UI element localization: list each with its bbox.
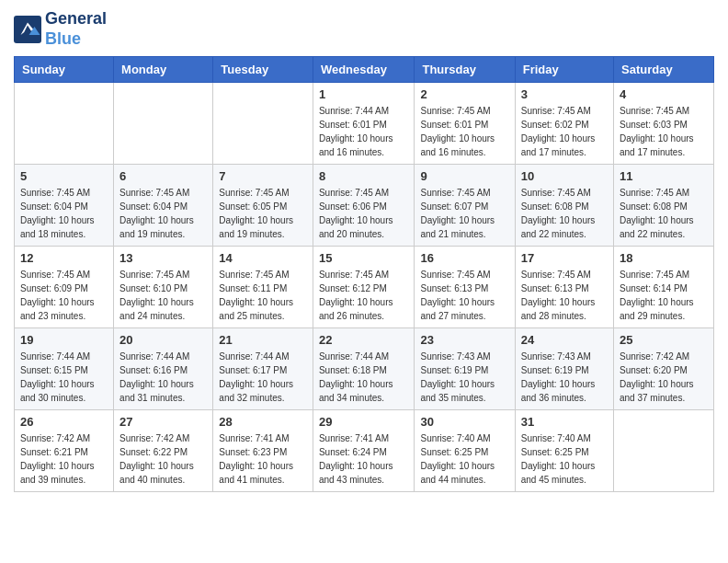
day-info: Sunrise: 7:44 AMSunset: 6:15 PMDaylight:… <box>20 350 108 405</box>
day-cell: 25Sunrise: 7:42 AMSunset: 6:20 PMDayligh… <box>614 328 714 410</box>
day-cell: 1Sunrise: 7:44 AMSunset: 6:01 PMDaylight… <box>313 83 415 165</box>
day-info: Sunrise: 7:45 AMSunset: 6:10 PMDaylight:… <box>119 268 207 323</box>
day-info: Sunrise: 7:45 AMSunset: 6:13 PMDaylight:… <box>420 268 508 323</box>
day-number: 15 <box>319 251 409 265</box>
svg-rect-0 <box>14 16 41 43</box>
day-number: 27 <box>119 415 207 429</box>
day-number: 8 <box>319 169 409 183</box>
day-info: Sunrise: 7:45 AMSunset: 6:14 PMDaylight:… <box>620 268 708 323</box>
day-cell <box>15 83 114 165</box>
day-number: 23 <box>420 333 508 347</box>
weekday-header-friday: Friday <box>515 57 613 83</box>
day-cell: 29Sunrise: 7:41 AMSunset: 6:24 PMDayligh… <box>313 410 415 492</box>
weekday-header-tuesday: Tuesday <box>213 57 313 83</box>
day-number: 11 <box>620 169 708 183</box>
day-cell: 7Sunrise: 7:45 AMSunset: 6:05 PMDaylight… <box>213 165 313 247</box>
day-cell: 20Sunrise: 7:44 AMSunset: 6:16 PMDayligh… <box>114 328 213 410</box>
day-info: Sunrise: 7:45 AMSunset: 6:05 PMDaylight:… <box>219 186 307 241</box>
day-number: 2 <box>420 87 508 101</box>
day-number: 26 <box>20 415 108 429</box>
day-cell: 24Sunrise: 7:43 AMSunset: 6:19 PMDayligh… <box>515 328 613 410</box>
day-info: Sunrise: 7:42 AMSunset: 6:20 PMDaylight:… <box>620 350 708 405</box>
day-number: 17 <box>521 251 608 265</box>
day-cell: 21Sunrise: 7:44 AMSunset: 6:17 PMDayligh… <box>213 328 313 410</box>
day-number: 25 <box>620 333 708 347</box>
logo-text: General Blue <box>45 9 107 49</box>
week-row-1: 1Sunrise: 7:44 AMSunset: 6:01 PMDaylight… <box>15 83 714 165</box>
day-info: Sunrise: 7:43 AMSunset: 6:19 PMDaylight:… <box>420 350 508 405</box>
day-cell: 8Sunrise: 7:45 AMSunset: 6:06 PMDaylight… <box>313 165 415 247</box>
logo-icon <box>14 16 41 43</box>
page: General Blue SundayMondayTuesdayWednesda… <box>0 0 728 501</box>
day-cell <box>213 83 313 165</box>
day-info: Sunrise: 7:44 AMSunset: 6:17 PMDaylight:… <box>219 350 307 405</box>
day-info: Sunrise: 7:45 AMSunset: 6:06 PMDaylight:… <box>319 186 409 241</box>
day-cell: 13Sunrise: 7:45 AMSunset: 6:10 PMDayligh… <box>114 247 213 328</box>
day-cell: 15Sunrise: 7:45 AMSunset: 6:12 PMDayligh… <box>313 247 415 328</box>
week-row-3: 12Sunrise: 7:45 AMSunset: 6:09 PMDayligh… <box>15 247 714 328</box>
day-info: Sunrise: 7:43 AMSunset: 6:19 PMDaylight:… <box>521 350 608 405</box>
day-info: Sunrise: 7:45 AMSunset: 6:04 PMDaylight:… <box>20 186 108 241</box>
day-cell: 19Sunrise: 7:44 AMSunset: 6:15 PMDayligh… <box>15 328 114 410</box>
day-info: Sunrise: 7:45 AMSunset: 6:03 PMDaylight:… <box>620 104 708 159</box>
day-cell: 22Sunrise: 7:44 AMSunset: 6:18 PMDayligh… <box>313 328 415 410</box>
header: General Blue <box>14 9 714 49</box>
day-info: Sunrise: 7:44 AMSunset: 6:18 PMDaylight:… <box>319 350 409 405</box>
day-info: Sunrise: 7:40 AMSunset: 6:25 PMDaylight:… <box>420 431 508 487</box>
day-info: Sunrise: 7:45 AMSunset: 6:04 PMDaylight:… <box>119 186 207 241</box>
day-info: Sunrise: 7:41 AMSunset: 6:23 PMDaylight:… <box>219 431 307 487</box>
day-number: 6 <box>119 169 207 183</box>
day-cell <box>114 83 213 165</box>
day-cell: 3Sunrise: 7:45 AMSunset: 6:02 PMDaylight… <box>515 83 613 165</box>
day-number: 19 <box>20 333 108 347</box>
day-info: Sunrise: 7:45 AMSunset: 6:09 PMDaylight:… <box>20 268 108 323</box>
day-cell: 30Sunrise: 7:40 AMSunset: 6:25 PMDayligh… <box>415 410 515 492</box>
day-info: Sunrise: 7:45 AMSunset: 6:02 PMDaylight:… <box>521 104 608 159</box>
day-number: 21 <box>219 333 307 347</box>
day-info: Sunrise: 7:44 AMSunset: 6:16 PMDaylight:… <box>119 350 207 405</box>
day-info: Sunrise: 7:45 AMSunset: 6:07 PMDaylight:… <box>420 186 508 241</box>
day-info: Sunrise: 7:45 AMSunset: 6:12 PMDaylight:… <box>319 268 409 323</box>
day-cell: 10Sunrise: 7:45 AMSunset: 6:08 PMDayligh… <box>515 165 613 247</box>
day-cell: 23Sunrise: 7:43 AMSunset: 6:19 PMDayligh… <box>415 328 515 410</box>
day-cell <box>614 410 714 492</box>
weekday-header-row: SundayMondayTuesdayWednesdayThursdayFrid… <box>15 57 714 83</box>
day-info: Sunrise: 7:45 AMSunset: 6:11 PMDaylight:… <box>219 268 307 323</box>
day-number: 14 <box>219 251 307 265</box>
day-cell: 4Sunrise: 7:45 AMSunset: 6:03 PMDaylight… <box>614 83 714 165</box>
day-number: 16 <box>420 251 508 265</box>
day-cell: 6Sunrise: 7:45 AMSunset: 6:04 PMDaylight… <box>114 165 213 247</box>
day-cell: 9Sunrise: 7:45 AMSunset: 6:07 PMDaylight… <box>415 165 515 247</box>
day-info: Sunrise: 7:45 AMSunset: 6:13 PMDaylight:… <box>521 268 608 323</box>
day-info: Sunrise: 7:40 AMSunset: 6:25 PMDaylight:… <box>521 431 608 487</box>
day-cell: 26Sunrise: 7:42 AMSunset: 6:21 PMDayligh… <box>15 410 114 492</box>
week-row-4: 19Sunrise: 7:44 AMSunset: 6:15 PMDayligh… <box>15 328 714 410</box>
weekday-header-monday: Monday <box>114 57 213 83</box>
day-number: 24 <box>521 333 608 347</box>
day-number: 12 <box>20 251 108 265</box>
day-cell: 28Sunrise: 7:41 AMSunset: 6:23 PMDayligh… <box>213 410 313 492</box>
day-number: 22 <box>319 333 409 347</box>
day-info: Sunrise: 7:41 AMSunset: 6:24 PMDaylight:… <box>319 431 409 487</box>
day-cell: 16Sunrise: 7:45 AMSunset: 6:13 PMDayligh… <box>415 247 515 328</box>
day-info: Sunrise: 7:42 AMSunset: 6:21 PMDaylight:… <box>20 431 108 487</box>
day-number: 5 <box>20 169 108 183</box>
day-number: 13 <box>119 251 207 265</box>
day-info: Sunrise: 7:45 AMSunset: 6:08 PMDaylight:… <box>521 186 608 241</box>
day-cell: 14Sunrise: 7:45 AMSunset: 6:11 PMDayligh… <box>213 247 313 328</box>
day-info: Sunrise: 7:45 AMSunset: 6:01 PMDaylight:… <box>420 104 508 159</box>
day-info: Sunrise: 7:44 AMSunset: 6:01 PMDaylight:… <box>319 104 409 159</box>
day-info: Sunrise: 7:45 AMSunset: 6:08 PMDaylight:… <box>620 186 708 241</box>
weekday-header-wednesday: Wednesday <box>313 57 415 83</box>
day-number: 10 <box>521 169 608 183</box>
day-number: 4 <box>620 87 708 101</box>
day-cell: 27Sunrise: 7:42 AMSunset: 6:22 PMDayligh… <box>114 410 213 492</box>
day-number: 30 <box>420 415 508 429</box>
day-cell: 5Sunrise: 7:45 AMSunset: 6:04 PMDaylight… <box>15 165 114 247</box>
day-info: Sunrise: 7:42 AMSunset: 6:22 PMDaylight:… <box>119 431 207 487</box>
day-number: 3 <box>521 87 608 101</box>
day-number: 18 <box>620 251 708 265</box>
week-row-2: 5Sunrise: 7:45 AMSunset: 6:04 PMDaylight… <box>15 165 714 247</box>
day-cell: 17Sunrise: 7:45 AMSunset: 6:13 PMDayligh… <box>515 247 613 328</box>
day-number: 7 <box>219 169 307 183</box>
